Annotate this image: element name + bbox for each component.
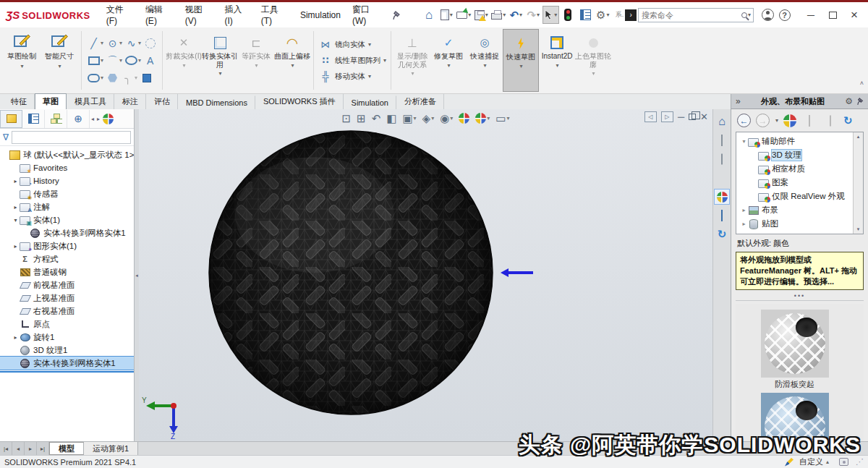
command-tab[interactable]: 模具工具 — [67, 93, 114, 109]
tab-featuremanager[interactable] — [0, 110, 22, 128]
tree-item[interactable]: ▸ History — [0, 174, 134, 187]
command-tab[interactable]: MBD Dimensions — [178, 95, 255, 109]
new-document-button[interactable]: ▾ — [438, 6, 455, 24]
command-tab[interactable]: 标注 — [114, 93, 146, 109]
resize-grip[interactable]: ⋰ — [856, 457, 864, 467]
library-button[interactable] — [801, 113, 817, 129]
tab-nav-arrow[interactable]: ◂ — [12, 442, 25, 455]
ribbon-stack-button[interactable]: 镜向实体 ▾ — [318, 38, 386, 51]
tree-item[interactable]: 实体-转换到网格实体1 — [0, 357, 134, 370]
menu-item[interactable]: 视图(V) — [179, 1, 219, 29]
expand-left-pane-button[interactable]: ◁ — [644, 111, 657, 122]
open-file-button[interactable] — [822, 113, 838, 129]
tab-propertymanager[interactable] — [22, 110, 45, 128]
tree-expander[interactable]: ▸ — [12, 178, 20, 184]
command-tab[interactable]: 评估 — [146, 93, 178, 109]
tree-item[interactable]: ▸ 图形实体(1) — [0, 239, 134, 252]
doc-restore-button[interactable] — [689, 114, 696, 120]
help-button[interactable]: ? — [776, 6, 793, 24]
menu-item[interactable]: 文件(F) — [101, 1, 140, 29]
command-tab[interactable]: 分析准备 — [396, 93, 444, 109]
task-pane-tab[interactable] — [714, 208, 730, 224]
appearance-thumbnail[interactable] — [761, 310, 829, 378]
tab-scroll-left[interactable]: ◂ — [90, 116, 95, 122]
appearance-tree-item[interactable]: 图案 — [739, 176, 851, 190]
sketch-entity-button[interactable]: ╱ — [86, 35, 105, 51]
appearance-tree-item[interactable]: 相室材质 — [739, 162, 851, 176]
settings-button[interactable]: ⚙▾ — [595, 6, 611, 24]
display-manager-icon[interactable] — [103, 114, 114, 124]
ribbon-button[interactable]: 修复草图 ▾ — [430, 29, 467, 92]
ribbon-button[interactable]: 曲面上偏移 ▾ — [274, 29, 310, 92]
menu-item[interactable]: 编辑(E) — [140, 1, 179, 29]
sketch-entity-button[interactable] — [124, 53, 142, 69]
appearance-thumbnail[interactable] — [761, 393, 829, 441]
search-input[interactable] — [639, 9, 740, 21]
tree-item[interactable]: ▸ 旋转1 — [0, 331, 134, 344]
pane-pin-icon[interactable] — [857, 97, 864, 106]
sketch-entity-button[interactable] — [142, 35, 158, 51]
ribbon-button[interactable]: 上色草图轮廓 ▾ — [575, 29, 611, 92]
tree-expander[interactable]: ▸ — [12, 243, 20, 250]
tree-item[interactable]: 实体-转换到网格实体1 — [0, 226, 134, 239]
collision-check-button[interactable] — [560, 6, 576, 24]
ribbon-button[interactable]: 显示/删除几何关系 ▾ — [394, 29, 430, 92]
command-tab[interactable]: SOLIDWORKS 插件 — [255, 93, 344, 109]
sketch-entity-button[interactable]: ∿ — [124, 35, 142, 51]
command-tab[interactable]: 草图 — [35, 93, 67, 109]
ribbon-button[interactable]: 快速捕捉 ▾ — [467, 29, 503, 92]
textured-sphere-model[interactable] — [206, 128, 495, 417]
tree-item[interactable]: 球 (默认<<默认>_显示状态 1>) — [0, 148, 134, 161]
sketch-entity-button[interactable] — [105, 70, 120, 86]
account-button[interactable] — [760, 6, 776, 24]
tree-item[interactable]: 方程式 — [0, 252, 134, 265]
appearance-tree-item[interactable]: ▸ 布景 — [739, 203, 851, 217]
expand-pane-icon[interactable]: » — [736, 96, 741, 106]
tree-item[interactable]: ▾ 实体(1) — [0, 213, 134, 226]
back-button[interactable]: ← — [737, 114, 751, 127]
view-tool-button[interactable]: ▣ — [400, 111, 418, 125]
forward-button[interactable]: → — [756, 114, 770, 127]
task-pane-tab[interactable]: ↻ — [714, 226, 730, 242]
sketch-entity-button[interactable] — [86, 70, 105, 86]
view-tool-button[interactable]: ▭ — [493, 111, 511, 125]
view-tool-button[interactable] — [473, 111, 492, 125]
view-tool-button[interactable]: ◧ — [384, 111, 399, 125]
tree-filter-input[interactable] — [12, 131, 131, 144]
tree-item[interactable]: 前视基准面 — [0, 278, 134, 292]
tab-nav-arrow[interactable]: ▸ — [25, 442, 37, 455]
print-button[interactable]: ▾ — [490, 6, 507, 24]
expand-right-pane-button[interactable]: ▷ — [661, 111, 673, 122]
command-tab[interactable]: 特征 — [3, 93, 35, 109]
view-tool-button[interactable]: ↶ — [370, 111, 383, 125]
tree-item[interactable]: 原点 — [0, 318, 134, 331]
tree-item[interactable]: ▸ 注解 — [0, 200, 134, 213]
document-tab[interactable]: 运动算例1 — [84, 442, 138, 455]
tree-expander[interactable]: ▸ — [12, 204, 20, 210]
tag-icon[interactable] — [839, 458, 848, 466]
tab-nav-arrow[interactable]: ▸| — [37, 442, 49, 455]
menu-item[interactable]: Simulation — [294, 7, 346, 23]
pin-menu-icon[interactable] — [393, 10, 401, 20]
ribbon-button[interactable]: 转换实体引用 ▾ — [202, 29, 238, 92]
close-button[interactable]: × — [843, 6, 865, 24]
tree-expander[interactable]: ▸ — [12, 334, 20, 341]
redo-button[interactable]: ↷▾ — [525, 6, 542, 24]
tab-configurationmanager[interactable] — [45, 110, 67, 128]
sketch-entity-button[interactable]: ╮ — [120, 70, 139, 86]
tree-scrollbar[interactable]: ▴▾ — [853, 132, 863, 234]
minimize-button[interactable]: ─ — [800, 6, 822, 24]
tab-dimxpertmanager[interactable]: ⊕ — [67, 110, 90, 128]
menu-item[interactable]: 窗口(W) — [346, 1, 388, 29]
view-tool-button[interactable]: ◈ — [420, 111, 437, 125]
view-tool-button[interactable]: ◉ — [438, 111, 455, 125]
edit-appearance-ball-icon[interactable] — [783, 114, 796, 127]
select-tool-button[interactable]: ▾ — [542, 6, 559, 24]
ribbon-stack-button[interactable]: 移动实体 ▾ — [318, 70, 386, 83]
rollback-bar[interactable] — [0, 371, 134, 373]
menu-item[interactable]: 工具(T) — [255, 1, 294, 29]
task-pane-tab[interactable] — [714, 132, 730, 148]
tab-scroll-right[interactable]: ▸ — [95, 116, 101, 122]
view-tool-button[interactable]: ⊞ — [354, 111, 368, 125]
sketch-entity-button[interactable] — [139, 70, 154, 86]
